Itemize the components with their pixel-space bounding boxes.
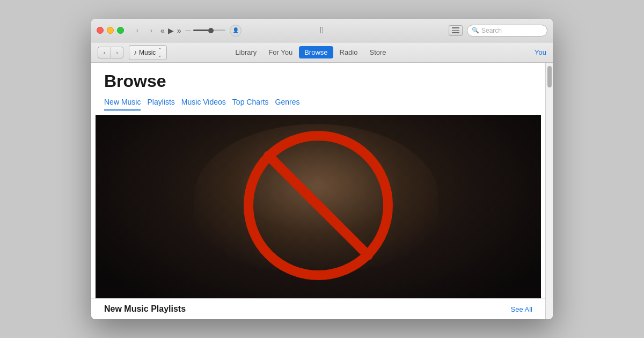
list-line xyxy=(452,30,459,31)
search-icon: 🔍 xyxy=(472,27,479,34)
main-content: Browse New Music Playlists Music Videos … xyxy=(91,63,545,319)
vertical-scrollbar-thumb xyxy=(547,66,552,87)
nav-store[interactable]: Store xyxy=(364,46,391,58)
tab-new-music[interactable]: New Music xyxy=(104,95,147,111)
apple-logo:  xyxy=(320,25,324,36)
tab-genres[interactable]: Genres xyxy=(275,95,306,111)
user-photo[interactable]: 👤 xyxy=(230,25,241,36)
title-bar: ‹ › « ▶ » — 👤  🔍 xyxy=(91,19,553,42)
section-title: New Music Playlists xyxy=(104,304,186,314)
list-view-button[interactable] xyxy=(449,25,463,36)
rewind-button[interactable]: « xyxy=(160,26,165,35)
library-label: Music xyxy=(139,49,156,56)
library-dropdown[interactable]: ♪ Music ⌃⌄ xyxy=(129,45,167,60)
list-line xyxy=(452,32,459,33)
user-nav-item[interactable]: You xyxy=(535,48,546,56)
toolbar-back-button[interactable]: ‹ xyxy=(98,47,111,58)
browse-title: Browse xyxy=(104,71,532,91)
vertical-scrollbar[interactable] xyxy=(545,63,553,319)
volume-slider[interactable]: — xyxy=(186,27,225,33)
bottom-section: New Music Playlists See All xyxy=(91,298,545,319)
fwd-arrow-icon[interactable]: › xyxy=(147,26,156,35)
no-symbol-overlay xyxy=(243,130,393,283)
nav-library[interactable]: Library xyxy=(230,46,262,58)
nav-radio[interactable]: Radio xyxy=(334,46,363,58)
main-nav: Library For You Browse Radio Store xyxy=(230,46,413,58)
browse-tabs: New Music Playlists Music Videos Top Cha… xyxy=(104,95,532,111)
volume-knob xyxy=(208,28,214,33)
close-button[interactable] xyxy=(97,27,104,34)
tab-music-videos[interactable]: Music Videos xyxy=(181,95,232,111)
fastforward-button[interactable]: » xyxy=(177,26,181,35)
nav-for-you[interactable]: For You xyxy=(263,46,298,58)
title-bar-controls: ‹ › xyxy=(133,26,156,35)
browse-header: Browse New Music Playlists Music Videos … xyxy=(91,63,545,115)
back-fwd-buttons: ‹ › xyxy=(98,47,123,58)
traffic-lights xyxy=(97,27,124,34)
user-icon: 👤 xyxy=(232,27,239,33)
hero-image xyxy=(96,115,541,298)
svg-line-1 xyxy=(268,156,368,255)
title-bar-right: 🔍 Search xyxy=(449,25,547,36)
music-note-icon: ♪ xyxy=(134,49,137,56)
transport-controls: « ▶ » xyxy=(160,26,181,35)
tab-playlists[interactable]: Playlists xyxy=(147,95,181,111)
back-arrow-icon[interactable]: ‹ xyxy=(133,26,142,35)
tab-top-charts[interactable]: Top Charts xyxy=(232,95,275,111)
maximize-button[interactable] xyxy=(117,27,124,34)
search-input[interactable]: Search xyxy=(481,27,543,34)
list-line xyxy=(452,27,459,28)
nav-browse[interactable]: Browse xyxy=(299,46,333,58)
dropdown-chevron-icon: ⌃⌄ xyxy=(158,47,162,58)
see-all-button[interactable]: See All xyxy=(511,305,532,313)
volume-track xyxy=(193,30,225,31)
minimize-button[interactable] xyxy=(107,27,114,34)
app-window: ‹ › « ▶ » — 👤  🔍 xyxy=(91,19,553,319)
volume-low-icon: — xyxy=(186,27,191,33)
content-area: Browse New Music Playlists Music Videos … xyxy=(91,63,553,319)
play-button[interactable]: ▶ xyxy=(168,26,174,35)
search-box[interactable]: 🔍 Search xyxy=(467,25,547,36)
apple-icon:  xyxy=(320,25,324,35)
toolbar-fwd-button[interactable]: › xyxy=(111,47,123,58)
toolbar: ‹ › ♪ Music ⌃⌄ Library For You Browse Ra… xyxy=(91,42,553,63)
hero-area xyxy=(96,115,541,298)
